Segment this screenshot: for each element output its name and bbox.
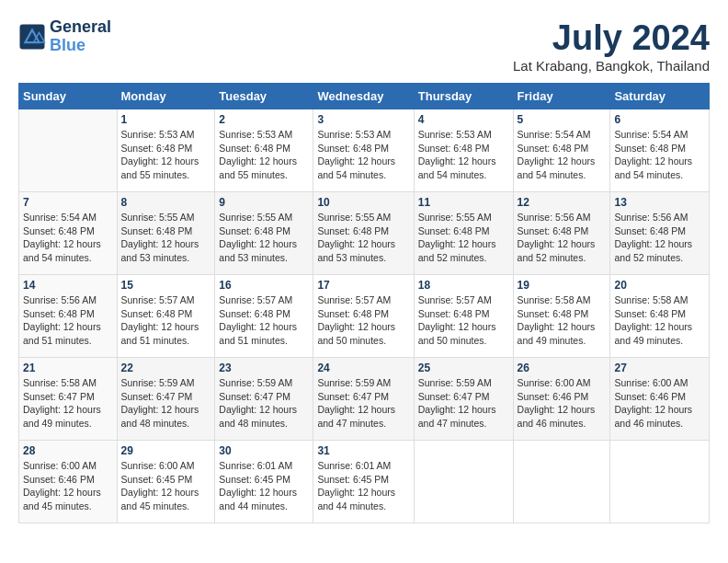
day-number: 18 [418, 279, 509, 292]
day-number: 10 [317, 196, 409, 209]
day-number: 3 [317, 113, 409, 126]
calendar-cell: 22Sunrise: 5:59 AM Sunset: 6:47 PM Dayli… [117, 358, 215, 441]
day-number: 28 [23, 444, 113, 457]
calendar-cell [610, 441, 710, 523]
calendar-cell: 9Sunrise: 5:55 AM Sunset: 6:48 PM Daylig… [215, 192, 313, 275]
day-info: Sunrise: 5:55 AM Sunset: 6:48 PM Dayligh… [317, 211, 409, 265]
calendar-cell [19, 109, 118, 192]
calendar-cell: 28Sunrise: 6:00 AM Sunset: 6:46 PM Dayli… [19, 441, 118, 523]
weekday-header: Friday [513, 84, 610, 109]
weekday-header: Saturday [610, 84, 710, 109]
calendar-cell: 24Sunrise: 5:59 AM Sunset: 6:47 PM Dayli… [313, 358, 414, 441]
day-info: Sunrise: 5:56 AM Sunset: 6:48 PM Dayligh… [518, 211, 607, 265]
calendar-cell: 14Sunrise: 5:56 AM Sunset: 6:48 PM Dayli… [19, 275, 118, 358]
day-number: 17 [317, 279, 409, 292]
day-number: 9 [219, 196, 309, 209]
day-number: 1 [121, 113, 211, 126]
day-number: 4 [418, 113, 509, 126]
day-number: 14 [23, 279, 113, 292]
calendar-cell: 10Sunrise: 5:55 AM Sunset: 6:48 PM Dayli… [313, 192, 414, 275]
calendar-week-row: 28Sunrise: 6:00 AM Sunset: 6:46 PM Dayli… [19, 441, 710, 523]
day-info: Sunrise: 5:59 AM Sunset: 6:47 PM Dayligh… [317, 376, 409, 431]
day-info: Sunrise: 5:53 AM Sunset: 6:48 PM Dayligh… [317, 128, 409, 182]
calendar-table: SundayMondayTuesdayWednesdayThursdayFrid… [18, 83, 710, 523]
calendar-cell: 6Sunrise: 5:54 AM Sunset: 6:48 PM Daylig… [610, 109, 710, 192]
calendar-cell: 7Sunrise: 5:54 AM Sunset: 6:48 PM Daylig… [19, 192, 118, 275]
day-number: 15 [121, 279, 211, 292]
calendar-cell [513, 441, 610, 523]
day-info: Sunrise: 5:59 AM Sunset: 6:47 PM Dayligh… [121, 376, 211, 431]
weekday-header: Thursday [414, 84, 513, 109]
day-info: Sunrise: 6:00 AM Sunset: 6:45 PM Dayligh… [121, 459, 211, 513]
calendar-cell: 17Sunrise: 5:57 AM Sunset: 6:48 PM Dayli… [313, 275, 414, 358]
day-info: Sunrise: 5:58 AM Sunset: 6:48 PM Dayligh… [518, 293, 607, 348]
calendar-cell: 21Sunrise: 5:58 AM Sunset: 6:47 PM Dayli… [19, 358, 118, 441]
day-number: 27 [614, 362, 705, 374]
calendar-cell: 19Sunrise: 5:58 AM Sunset: 6:48 PM Dayli… [513, 275, 610, 358]
day-info: Sunrise: 5:56 AM Sunset: 6:48 PM Dayligh… [614, 211, 705, 265]
day-number: 5 [518, 113, 607, 126]
day-info: Sunrise: 6:00 AM Sunset: 6:46 PM Dayligh… [23, 459, 113, 513]
calendar-cell: 18Sunrise: 5:57 AM Sunset: 6:48 PM Dayli… [414, 275, 513, 358]
day-info: Sunrise: 5:57 AM Sunset: 6:48 PM Dayligh… [418, 293, 509, 348]
day-info: Sunrise: 5:58 AM Sunset: 6:48 PM Dayligh… [614, 293, 705, 348]
day-number: 30 [219, 444, 309, 457]
calendar-cell: 8Sunrise: 5:55 AM Sunset: 6:48 PM Daylig… [117, 192, 215, 275]
calendar-cell: 26Sunrise: 6:00 AM Sunset: 6:46 PM Dayli… [513, 358, 610, 441]
day-number: 8 [121, 196, 211, 209]
calendar-cell: 13Sunrise: 5:56 AM Sunset: 6:48 PM Dayli… [610, 192, 710, 275]
weekday-header: Tuesday [215, 84, 313, 109]
calendar-cell: 2Sunrise: 5:53 AM Sunset: 6:48 PM Daylig… [215, 109, 313, 192]
calendar-week-row: 1Sunrise: 5:53 AM Sunset: 6:48 PM Daylig… [19, 109, 710, 192]
day-info: Sunrise: 5:53 AM Sunset: 6:48 PM Dayligh… [219, 128, 309, 182]
day-info: Sunrise: 5:54 AM Sunset: 6:48 PM Dayligh… [614, 128, 705, 182]
day-info: Sunrise: 6:00 AM Sunset: 6:46 PM Dayligh… [614, 376, 705, 431]
location: Lat Krabang, Bangkok, Thailand [513, 58, 710, 74]
logo: GeneralBlue [18, 18, 111, 55]
day-number: 16 [219, 279, 309, 292]
day-number: 13 [614, 196, 705, 209]
day-number: 23 [219, 362, 309, 374]
calendar-cell: 31Sunrise: 6:01 AM Sunset: 6:45 PM Dayli… [313, 441, 414, 523]
calendar-week-row: 21Sunrise: 5:58 AM Sunset: 6:47 PM Dayli… [19, 358, 710, 441]
header-row: SundayMondayTuesdayWednesdayThursdayFrid… [19, 84, 710, 109]
logo-icon [18, 23, 46, 51]
day-info: Sunrise: 5:55 AM Sunset: 6:48 PM Dayligh… [121, 211, 211, 265]
calendar-cell: 29Sunrise: 6:00 AM Sunset: 6:45 PM Dayli… [117, 441, 215, 523]
day-info: Sunrise: 5:57 AM Sunset: 6:48 PM Dayligh… [121, 293, 211, 348]
day-number: 22 [121, 362, 211, 374]
day-info: Sunrise: 5:57 AM Sunset: 6:48 PM Dayligh… [317, 293, 409, 348]
day-info: Sunrise: 5:54 AM Sunset: 6:48 PM Dayligh… [23, 211, 113, 265]
day-number: 31 [317, 444, 409, 457]
weekday-header: Wednesday [313, 84, 414, 109]
calendar-cell: 15Sunrise: 5:57 AM Sunset: 6:48 PM Dayli… [117, 275, 215, 358]
day-info: Sunrise: 6:00 AM Sunset: 6:46 PM Dayligh… [518, 376, 607, 431]
calendar-week-row: 14Sunrise: 5:56 AM Sunset: 6:48 PM Dayli… [19, 275, 710, 358]
day-info: Sunrise: 5:55 AM Sunset: 6:48 PM Dayligh… [418, 211, 509, 265]
day-info: Sunrise: 5:58 AM Sunset: 6:47 PM Dayligh… [23, 376, 113, 431]
calendar-week-row: 7Sunrise: 5:54 AM Sunset: 6:48 PM Daylig… [19, 192, 710, 275]
day-number: 26 [518, 362, 607, 374]
weekday-header: Sunday [19, 84, 118, 109]
day-number: 12 [518, 196, 607, 209]
calendar-cell: 25Sunrise: 5:59 AM Sunset: 6:47 PM Dayli… [414, 358, 513, 441]
day-info: Sunrise: 5:59 AM Sunset: 6:47 PM Dayligh… [418, 376, 509, 431]
calendar-cell: 12Sunrise: 5:56 AM Sunset: 6:48 PM Dayli… [513, 192, 610, 275]
logo-text: GeneralBlue [50, 18, 111, 55]
calendar-cell: 16Sunrise: 5:57 AM Sunset: 6:48 PM Dayli… [215, 275, 313, 358]
day-info: Sunrise: 5:56 AM Sunset: 6:48 PM Dayligh… [23, 293, 113, 348]
month-title: July 2024 [513, 18, 710, 58]
day-info: Sunrise: 5:53 AM Sunset: 6:48 PM Dayligh… [121, 128, 211, 182]
calendar-cell [414, 441, 513, 523]
title-block: July 2024 Lat Krabang, Bangkok, Thailand [513, 18, 710, 74]
calendar-cell: 20Sunrise: 5:58 AM Sunset: 6:48 PM Dayli… [610, 275, 710, 358]
day-number: 25 [418, 362, 509, 374]
day-number: 2 [219, 113, 309, 126]
calendar-cell: 23Sunrise: 5:59 AM Sunset: 6:47 PM Dayli… [215, 358, 313, 441]
weekday-header: Monday [117, 84, 215, 109]
day-info: Sunrise: 5:54 AM Sunset: 6:48 PM Dayligh… [518, 128, 607, 182]
calendar-cell: 5Sunrise: 5:54 AM Sunset: 6:48 PM Daylig… [513, 109, 610, 192]
day-number: 24 [317, 362, 409, 374]
day-info: Sunrise: 5:55 AM Sunset: 6:48 PM Dayligh… [219, 211, 309, 265]
page-header: GeneralBlue July 2024 Lat Krabang, Bangk… [18, 18, 710, 74]
